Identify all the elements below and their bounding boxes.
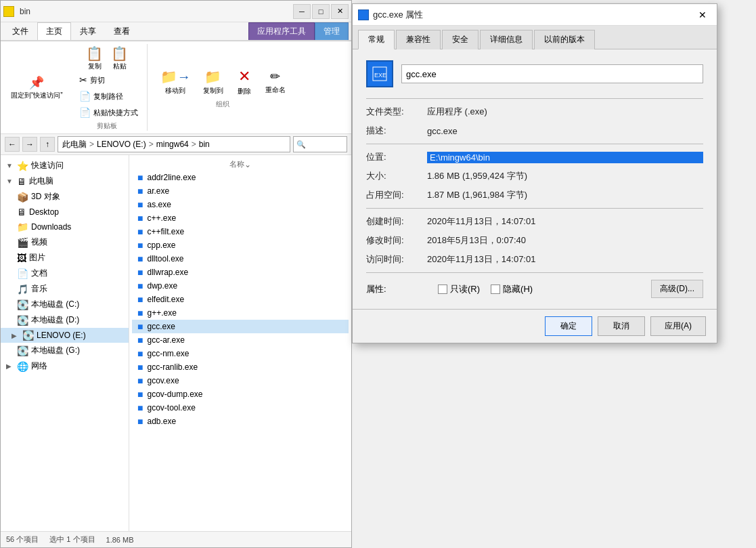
sidebar-item-drive-e[interactable]: ▶ 💽 LENOVO (E:) [1,328,129,343]
hidden-check[interactable]: 隐藏(H) [491,283,533,295]
sidebar-drive-d-label: 本地磁盘 (D:) [31,314,79,326]
dialog-tab-compatibility[interactable]: 兼容性 [396,30,441,49]
paste-label: 粘贴 [113,62,127,71]
prop-row-location: 位置: E:\mingw64\bin [366,151,703,163]
search-box[interactable]: 🔍 [293,136,347,152]
sidebar-this-pc-label: 此电脑 [29,175,53,187]
ribbon-tab-share[interactable]: 共享 [71,22,105,40]
file-item-gpp[interactable]: ■ g++.exe [132,306,349,320]
file-item-dllwrap[interactable]: ■ dllwrap.exe [132,266,349,279]
explorer-title-bar: bin ─ □ ✕ [1,1,351,22]
status-bar: 56 个项目 选中 1 个项目 1.86 MB [1,531,351,547]
move-to-button[interactable]: 📁→ 移动到 [156,66,196,98]
file-name-elfedit: elfedit.exe [147,295,184,304]
file-item-gcov-dump[interactable]: ■ gcov-dump.exe [132,387,349,401]
sidebar-item-documents[interactable]: 📄 文档 [1,266,129,281]
file-item-gcov[interactable]: ■ gcov.exe [132,374,349,387]
file-item-dwp[interactable]: ■ dwp.exe [132,279,349,293]
paste-shortcut-button[interactable]: 📄 粘贴快捷方式 [76,105,141,120]
back-button[interactable]: ← [5,137,20,152]
cancel-button[interactable]: 取消 [598,316,645,336]
prop-row-accessed: 访问时间: 2020年11月13日，14:07:01 [366,253,703,266]
ok-button[interactable]: 确定 [545,316,592,336]
maximize-button[interactable]: □ [312,4,330,19]
file-item-cppfilt[interactable]: ■ c++filt.exe [132,225,349,238]
sidebar-item-music[interactable]: 🎵 音乐 [1,281,129,297]
prop-value-accessed: 2020年11月13日，14:07:01 [427,253,703,266]
clipboard-group: 📋 复制 📋 粘贴 ✂ 剪切 📄 复 [73,44,148,131]
apply-button[interactable]: 应用(A) [650,316,706,336]
paste-shortcut-icon: 📄 [79,107,91,118]
dialog-close-button[interactable]: ✕ [694,7,711,22]
sidebar-item-drive-c[interactable]: 💽 本地磁盘 (C:) [1,297,129,312]
dialog-tab-details[interactable]: 详细信息 [480,30,533,49]
dialog-tab-security[interactable]: 安全 [442,30,479,49]
file-list-sort-header[interactable]: 名称 ⌄ [132,158,349,171]
sidebar-item-3d-objects[interactable]: 📦 3D 对象 [1,189,129,205]
minimize-button[interactable]: ─ [293,4,311,19]
file-item-ar[interactable]: ■ ar.exe [132,184,349,198]
copy-to-icon: 📁 [204,68,221,85]
explorer-close-button[interactable]: ✕ [331,4,349,19]
sidebar-item-network[interactable]: ▶ 🌐 网络 [1,358,129,374]
file-name-input[interactable] [401,64,703,83]
file-list: 名称 ⌄ ■ addr2line.exe ■ ar.exe ■ as.exe ■… [129,155,351,531]
cut-icon: ✂ [79,75,87,85]
sidebar-item-drive-g[interactable]: 💽 本地磁盘 (G:) [1,343,129,358]
sidebar-music-label: 音乐 [31,283,47,295]
delete-button[interactable]: ✕ 删除 [231,66,258,98]
file-item-cpp[interactable]: ■ c++.exe [132,211,349,225]
prop-row-filetype: 文件类型: 应用程序 (.exe) [366,106,703,118]
sidebar-item-quick-access[interactable]: ▼ ⭐ 快速访问 [1,158,129,173]
sidebar-item-downloads[interactable]: 📁 Downloads [1,219,129,234]
dialog-tabs: 常规 兼容性 安全 详细信息 以前的版本 [353,26,717,49]
copy-button[interactable]: 📋 复制 [83,44,106,72]
file-item-adb[interactable]: ■ adb.exe [132,415,349,428]
sidebar-item-this-pc[interactable]: ▼ 🖥 此电脑 [1,173,129,189]
path-segment-1: LENOVO (E:) [97,140,146,149]
file-item-gcc-nm[interactable]: ■ gcc-nm.exe [132,347,349,360]
organize-group-title: 组织 [216,100,229,109]
copy-to-button[interactable]: 📁 复制到 [198,66,228,98]
ribbon-tab-file[interactable]: 文件 [3,22,37,40]
paste-button[interactable]: 📋 粘贴 [108,44,131,72]
file-item-elfedit[interactable]: ■ elfedit.exe [132,293,349,306]
prop-value-location[interactable]: E:\mingw64\bin [427,152,703,163]
readonly-checkbox[interactable] [438,284,447,294]
copy-path-button[interactable]: 📄 复制路径 [76,89,141,104]
file-item-gcov-tool[interactable]: ■ gcov-tool.exe [132,401,349,415]
up-button[interactable]: ↑ [40,137,55,152]
address-path[interactable]: 此电脑 > LENOVO (E:) > mingw64 > bin [58,136,290,152]
readonly-check[interactable]: 只读(R) [438,283,480,295]
dialog-footer: 确定 取消 应用(A) [353,309,717,343]
pin-button[interactable]: 📌 固定到“快速访问” [6,73,68,102]
ribbon-tab-view[interactable]: 查看 [105,22,139,40]
sidebar-item-pictures[interactable]: 🖼 图片 [1,250,129,266]
file-item-gcc-ar[interactable]: ■ gcc-ar.exe [132,333,349,347]
separator-2 [366,144,703,144]
file-icon-gcc: ■ [137,321,143,332]
dialog-tab-previous[interactable]: 以前的版本 [534,30,595,49]
rename-button[interactable]: ✏ 重命名 [261,67,290,97]
sidebar-item-desktop[interactable]: 🖥 Desktop [1,205,129,219]
file-item-as[interactable]: ■ as.exe [132,198,349,211]
hidden-checkbox[interactable] [491,284,500,294]
sidebar-item-drive-d[interactable]: 💽 本地磁盘 (D:) [1,312,129,328]
file-item-cpp2[interactable]: ■ cpp.exe [132,238,349,252]
cut-button[interactable]: ✂ 剪切 [76,72,141,87]
file-item-addr2line[interactable]: ■ addr2line.exe [132,171,349,184]
ribbon-tab-app-tools[interactable]: 应用程序工具 [248,22,315,40]
prop-value-created: 2020年11月13日，14:07:01 [427,215,703,228]
prop-label-accessed: 访问时间: [366,253,427,266]
forward-button[interactable]: → [22,137,37,152]
advanced-button[interactable]: 高级(D)... [651,280,703,298]
file-item-dlltool[interactable]: ■ dlltool.exe [132,252,349,266]
file-item-gcc-ranlib[interactable]: ■ gcc-ranlib.exe [132,360,349,374]
sidebar-item-videos[interactable]: 🎬 视频 [1,234,129,250]
file-item-gcc[interactable]: ■ gcc.exe [132,320,349,333]
dialog-tab-general[interactable]: 常规 [358,30,395,49]
network-icon: 🌐 [17,361,28,372]
ribbon-tab-home[interactable]: 主页 [37,22,71,40]
ribbon-tab-manage[interactable]: 管理 [315,22,349,40]
attr-row: 属性: 只读(R) 隐藏(H) 高级(D)... [366,280,703,298]
